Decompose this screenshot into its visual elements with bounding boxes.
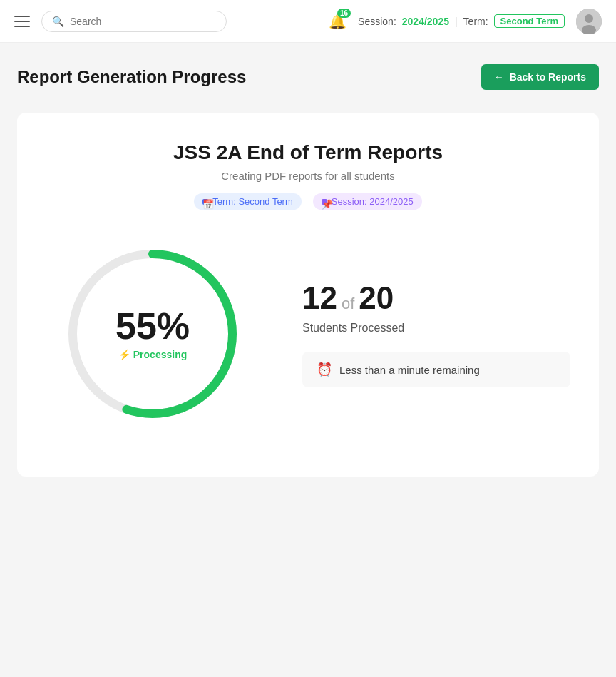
navbar: 🔍 🔔 16 Session: 2024/2025 | Term: Second…: [0, 0, 616, 43]
circle-center-content: 55% ⚡ Processing: [115, 307, 190, 360]
circular-progress: 55% ⚡ Processing: [46, 227, 260, 441]
user-avatar-icon: [576, 9, 602, 34]
card-title-section: JSS 2A End of Term Reports Creating PDF …: [46, 141, 570, 210]
search-icon: 🔍: [52, 16, 64, 27]
time-remaining-text: Less than a minute remaining: [339, 364, 480, 376]
session-badge-label: Session: 2024/2025: [332, 196, 414, 207]
session-term-info: Session: 2024/2025 | Term: Second Term: [358, 14, 565, 28]
count-current: 12: [302, 280, 337, 316]
term-badge-dot: 📅: [202, 199, 208, 205]
arrow-left-icon: ←: [494, 71, 504, 83]
processing-label: Processing: [133, 349, 187, 360]
session-label: Session:: [358, 16, 396, 27]
time-remaining-box: ⏰ Less than a minute remaining: [302, 352, 570, 387]
card-main-title: JSS 2A End of Term Reports: [46, 141, 570, 164]
processing-status: ⚡ Processing: [115, 349, 190, 360]
term-badge: 📅 Term: Second Term: [194, 193, 301, 210]
hamburger-menu-icon[interactable]: [14, 16, 30, 27]
avatar[interactable]: [576, 9, 602, 34]
main-content: Report Generation Progress ← Back to Rep…: [0, 43, 616, 498]
card-subtitle: Creating PDF reports for all students: [46, 170, 570, 182]
notification-badge: 16: [337, 9, 351, 18]
notification-bell[interactable]: 🔔 16: [329, 13, 346, 30]
stats-section: 12 of 20 Students Processed ⏰ Less than …: [302, 280, 570, 387]
percent-display: 55%: [115, 307, 190, 345]
svg-point-1: [585, 14, 593, 23]
session-value: 2024/2025: [402, 16, 449, 27]
progress-section: 55% ⚡ Processing 12 of 20 Students Proce…: [46, 227, 570, 441]
session-badge: 📌 Session: 2024/2025: [313, 193, 422, 210]
nav-right: 🔔 16 Session: 2024/2025 | Term: Second T…: [329, 9, 602, 34]
bolt-icon: ⚡: [118, 349, 130, 360]
page-header: Report Generation Progress ← Back to Rep…: [17, 64, 599, 90]
clock-icon: ⏰: [317, 362, 332, 377]
count-total: 20: [359, 280, 394, 316]
count-of: of: [342, 295, 354, 313]
divider: |: [455, 16, 458, 27]
term-value: Second Term: [494, 14, 565, 28]
page-title: Report Generation Progress: [17, 67, 246, 87]
term-label: Term:: [463, 16, 488, 27]
search-container: 🔍: [41, 11, 227, 32]
back-button-label: Back to Reports: [510, 71, 586, 83]
card-badges: 📅 Term: Second Term 📌 Session: 2024/2025: [46, 193, 570, 210]
students-count: 12 of 20: [302, 280, 570, 316]
term-badge-label: Term: Second Term: [212, 196, 292, 207]
back-to-reports-button[interactable]: ← Back to Reports: [481, 64, 599, 90]
session-badge-dot: 📌: [322, 199, 327, 205]
search-input[interactable]: [70, 16, 216, 27]
progress-card: JSS 2A End of Term Reports Creating PDF …: [17, 113, 599, 477]
students-label: Students Processed: [302, 322, 570, 335]
